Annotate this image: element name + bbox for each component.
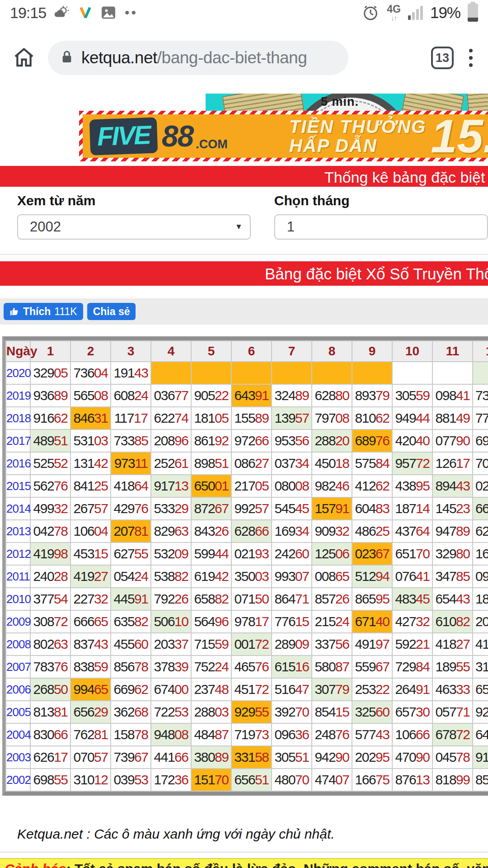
result-cell: 97311 [111, 452, 151, 475]
result-cell: 33158 [231, 746, 272, 769]
result-cell: 60824 [111, 384, 151, 407]
table-row: 2006268509946566962674002374845172516473… [6, 678, 488, 701]
table-row: 2015562768412541864917136500121705080089… [6, 475, 488, 497]
result-cell: 14523 [432, 497, 473, 520]
result-cell: 99257 [231, 497, 272, 520]
result-cell: 12617 [432, 452, 473, 475]
result-cell: 84326 [191, 520, 231, 542]
result-cell: 44591 [111, 588, 151, 610]
tab-switcher-button[interactable]: 13 [431, 47, 454, 69]
result-cell: 48070 [272, 769, 312, 791]
table-row: 2003626170705773967441663808933158305519… [6, 746, 488, 769]
result-cell: 90522 [191, 384, 231, 407]
more-notifications-dots: •• [125, 5, 138, 20]
result-cell: 80263 [30, 633, 70, 656]
five88-banner[interactable]: FIVE 88 .COM TIỀN THƯỞNG HẤP DẪN 15. [79, 111, 488, 161]
year-link[interactable]: 2011 [6, 565, 30, 588]
browser-menu-button[interactable] [465, 47, 476, 69]
facebook-share-button[interactable]: Chia sẻ [87, 303, 136, 320]
result-cell: 20896 [151, 429, 191, 452]
month-select[interactable]: 1 [274, 214, 488, 240]
result-cell: 04278 [30, 520, 70, 542]
v-app-notification-icon [78, 5, 93, 20]
year-link[interactable]: 2013 [6, 520, 30, 542]
ad-banner[interactable]: 5 min. FIVE 88 .COM TIỀN THƯỞNG HẤP DẪN … [0, 90, 488, 163]
year-link[interactable]: 2008 [6, 633, 30, 656]
result-cell: 17236 [151, 769, 191, 791]
result-cell: 98246 [312, 475, 352, 497]
result-cell: 68976 [352, 429, 392, 452]
result-cell: 15878 [111, 723, 151, 746]
result-cell: 69 [473, 429, 488, 452]
table-row: 2009308726666563582506105649697817776152… [6, 610, 488, 633]
result-cell: 70 [473, 452, 488, 475]
result-cell: 26491 [392, 678, 432, 701]
money-stack-image [401, 94, 464, 111]
year-link[interactable]: 2006 [6, 678, 30, 701]
result-cell: 49197 [352, 633, 392, 656]
table-row: 2017489515310373385208968619297266953562… [6, 429, 488, 452]
result-cell: 13142 [70, 452, 111, 475]
year-link[interactable]: 2004 [6, 723, 30, 746]
result-cell: 60483 [352, 497, 392, 520]
result-cell: 95772 [392, 452, 432, 475]
money-stack-image [466, 94, 488, 111]
year-link[interactable]: 2020 [6, 362, 30, 384]
result-cell: 41 [473, 633, 488, 656]
table-row: 2007783768385985678378397522446576615165… [6, 656, 488, 678]
year-link[interactable]: 2010 [6, 588, 30, 610]
year-select[interactable]: 2002 ▼ [17, 214, 251, 240]
legend-note: Ketqua.net : Các ô màu xanh ứng với ngày… [17, 826, 335, 842]
result-cell: 84125 [70, 475, 111, 497]
result-cell: 50610 [151, 610, 191, 633]
address-bar[interactable]: ketqua.net/bang-dac-biet-thang [48, 41, 348, 75]
result-cell: 61082 [432, 610, 473, 633]
year-link[interactable]: 2017 [6, 429, 30, 452]
social-bar: Thích 111K Chia sẻ [0, 298, 488, 325]
year-link[interactable]: 2019 [6, 384, 30, 407]
year-link[interactable]: 2012 [6, 542, 30, 565]
result-cell: 53209 [151, 542, 191, 565]
day-column-header: 8 [312, 341, 352, 362]
result-cell: 45172 [231, 678, 272, 701]
result-cell: 45560 [111, 633, 151, 656]
year-link[interactable]: 2007 [6, 656, 30, 678]
result-cell: 88149 [432, 407, 473, 429]
result-cell: 85415 [312, 701, 352, 723]
result-cell: 93689 [30, 384, 70, 407]
result-cell: 16934 [272, 520, 312, 542]
result-cell: 15589 [231, 407, 272, 429]
result-cell: 09636 [272, 723, 312, 746]
result-cell: 25261 [151, 452, 191, 475]
result-cell: 28803 [191, 701, 231, 723]
year-link[interactable]: 2015 [6, 475, 30, 497]
home-button[interactable] [12, 45, 36, 71]
table-row: 2018916628463111717622741810515589139577… [6, 407, 488, 429]
year-link[interactable]: 2016 [6, 452, 30, 475]
year-link[interactable]: 2002 [6, 769, 30, 791]
result-cell: 79708 [312, 407, 352, 429]
phone-screen: 19:15 •• 4G ↓↑ 19% ketqua. [0, 0, 488, 868]
result-cell: 32489 [272, 384, 312, 407]
result-cell: 87613 [392, 769, 432, 791]
result-cell: 65629 [70, 701, 111, 723]
result-cell: 61942 [191, 565, 231, 588]
result-cell: 85726 [312, 588, 352, 610]
year-link[interactable]: 2009 [6, 610, 30, 633]
result-cell: 30872 [30, 610, 70, 633]
day-column-header: 3 [111, 341, 151, 362]
result-cell: 18955 [432, 656, 473, 678]
result-cell: 54545 [272, 497, 312, 520]
year-link[interactable]: 2018 [6, 407, 30, 429]
table-row: 2005813816562936268722532880392955392708… [6, 701, 488, 723]
result-cell: 24876 [312, 723, 352, 746]
facebook-like-button[interactable]: Thích 111K [4, 303, 83, 320]
result-cell: 86471 [272, 588, 312, 610]
year-link[interactable]: 2005 [6, 701, 30, 723]
year-link[interactable]: 2003 [6, 746, 30, 769]
result-cell: 99307 [272, 565, 312, 588]
weather-icon [53, 4, 70, 21]
result-cell: 89851 [191, 452, 231, 475]
result-cell [473, 362, 488, 384]
year-link[interactable]: 2014 [6, 497, 30, 520]
